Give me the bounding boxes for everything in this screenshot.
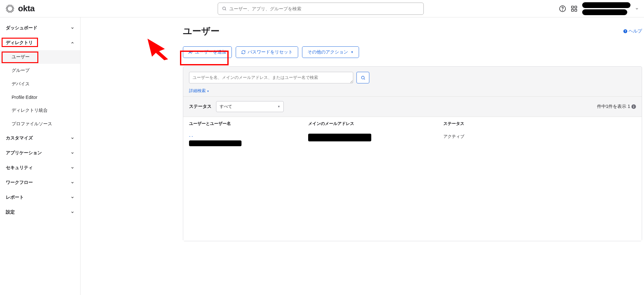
chevron-down-icon [71, 166, 74, 170]
help-icon[interactable] [559, 5, 566, 12]
svg-rect-22 [572, 9, 573, 11]
status-filter: ステータス すべて ▼ [189, 101, 284, 112]
svg-rect-21 [575, 6, 577, 8]
chevron-down-icon [71, 195, 74, 199]
reset-password-button[interactable]: パスワードをリセット [236, 46, 298, 58]
svg-line-9 [12, 9, 14, 10]
svg-rect-23 [575, 9, 577, 11]
brand-text: okta [18, 4, 34, 14]
person-add-icon [188, 50, 193, 54]
results-count: 件中1件を表示 1 i [597, 104, 636, 109]
add-user-button[interactable]: ユーザーを追加 [183, 46, 232, 58]
svg-point-16 [223, 7, 226, 10]
svg-line-28 [364, 79, 365, 80]
svg-line-14 [8, 11, 9, 13]
svg-line-10 [8, 5, 9, 7]
search-icon [222, 6, 227, 11]
svg-line-5 [12, 10, 13, 12]
sidebar-item-customize[interactable]: カスタマイズ [0, 131, 80, 146]
sidebar-item-applications[interactable]: アプリケーション [0, 146, 80, 160]
sidebar-sub-devices[interactable]: デバイス [0, 77, 80, 91]
global-search-input[interactable] [229, 6, 420, 11]
sidebar-sub-groups[interactable]: グループ [0, 64, 80, 77]
info-icon[interactable]: i [631, 104, 636, 109]
sidebar-item-workflow[interactable]: ワークフロー [0, 175, 80, 190]
sidebar-sub-profile-editor[interactable]: Profile Editor [0, 91, 80, 104]
global-search-wrap [82, 3, 559, 15]
status-select[interactable]: すべて ▼ [216, 101, 284, 112]
global-search[interactable] [218, 3, 424, 15]
header-right [559, 2, 639, 15]
svg-line-8 [6, 7, 8, 8]
apps-grid-icon[interactable] [571, 5, 578, 12]
sidebar-item-settings[interactable]: 設定 [0, 205, 80, 220]
svg-point-24 [189, 51, 191, 52]
sidebar: ダッシュボード ディレクトリ ユーザー グループ デバイス Profile Ed… [0, 17, 80, 295]
user-search-button[interactable] [356, 72, 369, 83]
sidebar-item-dashboard[interactable]: ダッシュボード [0, 21, 80, 35]
svg-line-7 [12, 5, 13, 7]
col-header-email: メインのメールアドレス [308, 121, 443, 127]
chevron-up-icon [71, 41, 74, 45]
email-redacted [308, 134, 371, 141]
refresh-icon [241, 50, 246, 54]
table-empty-space [183, 151, 642, 241]
page-title: ユーザー [183, 25, 220, 37]
chevron-down-icon [71, 181, 74, 185]
caret-down-icon: ▼ [351, 51, 354, 54]
sidebar-sub-profile-sources[interactable]: プロファイルソース [0, 117, 80, 131]
col-header-user: ユーザーとユーザー名 [189, 121, 308, 127]
user-list-panel: 詳細検索▼ ステータス すべて ▼ 件中1件を表示 1 i [183, 66, 642, 241]
table-row[interactable]: - - アクティブ [183, 130, 642, 151]
table-header: ユーザーとユーザー名 メインのメールアドレス ステータス [183, 117, 642, 130]
svg-point-19 [562, 10, 563, 10]
chevron-down-icon [71, 136, 74, 140]
svg-line-4 [7, 5, 8, 7]
chevron-down-icon [71, 210, 74, 214]
caret-down-icon: ▼ [207, 90, 209, 93]
svg-line-11 [11, 11, 12, 13]
okta-burst-icon [5, 4, 15, 14]
other-actions-button[interactable]: その他のアクション ▼ [302, 46, 359, 58]
col-header-status: ステータス [443, 121, 636, 127]
svg-point-27 [361, 76, 364, 79]
search-icon [361, 75, 365, 80]
svg-line-6 [7, 10, 8, 12]
user-search-input[interactable] [189, 72, 353, 83]
chevron-down-icon [71, 26, 74, 30]
status-cell: アクティブ [443, 134, 636, 139]
svg-line-15 [11, 5, 12, 7]
top-header: okta [0, 0, 644, 17]
main-content: ユーザー ? ヘルプ ユーザーを追加 パスワードをリセット その他のアクション [80, 17, 644, 295]
sidebar-item-reports[interactable]: レポート [0, 190, 80, 205]
caret-down-icon: ▼ [278, 105, 280, 108]
sidebar-item-directory[interactable]: ディレクトリ [0, 35, 80, 50]
username-redacted [189, 140, 242, 146]
user-menu-redacted[interactable] [582, 2, 630, 15]
user-link[interactable]: - - [189, 134, 308, 138]
status-label: ステータス [189, 104, 212, 109]
sidebar-item-security[interactable]: セキュリティ [0, 160, 80, 175]
sidebar-sub-directory-integrations[interactable]: ディレクトリ統合 [0, 104, 80, 117]
action-buttons: ユーザーを追加 パスワードをリセット その他のアクション ▼ [183, 46, 642, 58]
svg-rect-20 [572, 6, 573, 8]
logo[interactable]: okta [5, 4, 82, 14]
advanced-search-link[interactable]: 詳細検索▼ [189, 87, 636, 94]
svg-line-12 [6, 9, 8, 10]
chevron-down-icon [71, 151, 74, 155]
help-link[interactable]: ? ヘルプ [623, 28, 642, 34]
sidebar-sub-users[interactable]: ユーザー [0, 50, 80, 64]
chevron-down-icon[interactable] [635, 7, 639, 11]
svg-line-17 [225, 9, 226, 10]
help-badge-icon: ? [623, 29, 627, 33]
svg-line-13 [12, 7, 14, 8]
